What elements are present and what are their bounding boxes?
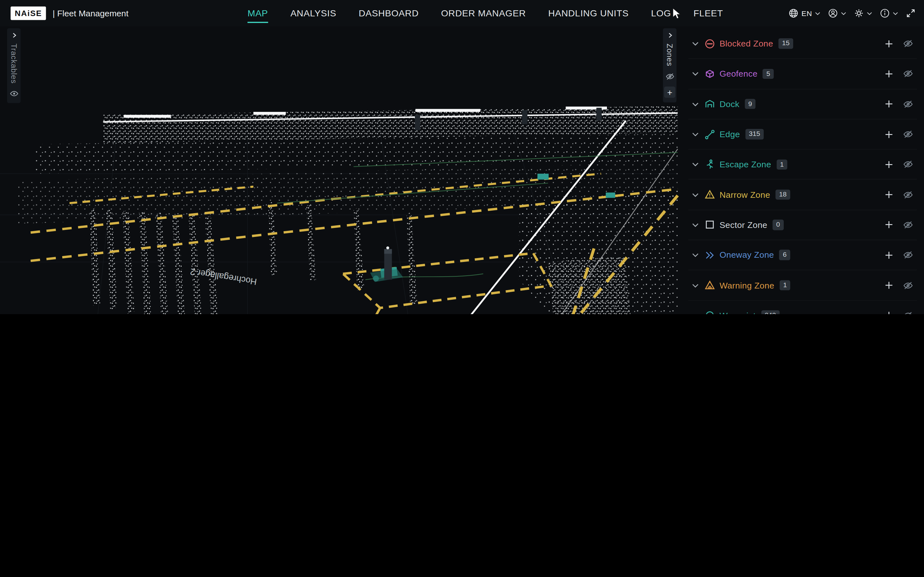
zones-panel: Blocked Zone 15 Geofence 5 — [688, 29, 917, 314]
waypoint-icon — [704, 310, 716, 314]
nav-item-order-manager[interactable]: ORDER MANAGER — [441, 8, 526, 19]
nav-item-label: LOG — [651, 8, 671, 18]
hide-zone-icon[interactable] — [903, 39, 913, 49]
zone-count-badge: 18 — [775, 189, 790, 200]
escape-zone-icon — [704, 159, 716, 170]
narrow-zone-icon — [704, 189, 716, 200]
nav-item-dashboard[interactable]: DASHBOARD — [359, 8, 419, 19]
hide-zone-icon[interactable] — [903, 69, 913, 79]
zone-row-narrow-zone[interactable]: Narrow Zone 18 — [688, 180, 917, 210]
chevron-down-icon[interactable] — [691, 280, 700, 290]
chevron-right-icon[interactable] — [667, 32, 672, 38]
chevron-down-icon[interactable] — [691, 160, 700, 169]
add-zone-item-icon[interactable] — [884, 311, 894, 314]
zone-count-badge: 9 — [745, 99, 756, 109]
zone-count-badge: 0 — [772, 219, 783, 230]
add-zone-item-icon[interactable] — [884, 129, 894, 139]
eye-icon[interactable] — [9, 89, 18, 98]
add-zone-item-icon[interactable] — [884, 190, 894, 200]
zones-rail-label: Zones — [666, 44, 674, 66]
nav-item-map[interactable]: MAP — [247, 8, 268, 23]
chevron-down-icon[interactable] — [691, 39, 700, 48]
nav-item-analysis[interactable]: ANALYSIS — [290, 8, 336, 19]
zone-row-edge[interactable]: Edge 315 — [688, 119, 917, 150]
hide-zone-icon[interactable] — [903, 250, 913, 260]
add-zone-item-icon[interactable] — [884, 159, 894, 169]
nav: MAPANALYSISDASHBOARDORDER MANAGERHANDLIN… — [247, 0, 723, 27]
zone-label: Escape Zone — [720, 160, 771, 169]
settings-menu[interactable] — [854, 8, 872, 18]
nav-item-label: ORDER MANAGER — [441, 8, 526, 18]
add-zone-item-icon[interactable] — [884, 220, 894, 230]
zone-row-sector-zone[interactable]: Sector Zone 0 — [688, 210, 917, 240]
add-zone-item-icon[interactable] — [884, 69, 894, 79]
zone-count-badge: 315 — [745, 129, 764, 139]
zone-row-oneway-zone[interactable]: Oneway Zone 6 — [688, 240, 917, 271]
hide-zone-icon[interactable] — [903, 219, 913, 230]
chevron-down-icon[interactable] — [691, 129, 700, 139]
add-zone-item-icon[interactable] — [884, 280, 894, 290]
nav-item-label: HANDLING UNITS — [548, 8, 629, 18]
chevron-down-icon — [841, 11, 846, 15]
chevron-down-icon[interactable] — [691, 69, 700, 79]
hide-zone-icon[interactable] — [903, 159, 913, 170]
language-code: EN — [801, 9, 812, 17]
app-root: Hochregallager 2 Outgoing NAiSE | Fleet … — [0, 0, 924, 314]
naise-logo: NAiSE — [11, 6, 46, 20]
chevron-down-icon — [893, 11, 898, 15]
trackables-rail: Trackables — [7, 28, 21, 103]
nav-item-label: ANALYSIS — [290, 8, 336, 18]
hide-zone-icon[interactable] — [903, 310, 913, 314]
zone-count-badge: 1 — [776, 159, 787, 169]
chevron-down-icon[interactable] — [691, 220, 700, 229]
eye-off-icon[interactable] — [665, 71, 674, 81]
nav-item-fleet[interactable]: FLEET — [693, 8, 723, 19]
zone-label: Waypoint — [720, 311, 756, 314]
zone-label: Edge — [720, 129, 740, 139]
chevron-down-icon — [867, 11, 872, 15]
nav-item-label: MAP — [247, 8, 268, 18]
language-selector[interactable]: EN — [788, 8, 821, 18]
nav-item-handling-units[interactable]: HANDLING UNITS — [548, 8, 629, 19]
hide-zone-icon[interactable] — [903, 99, 913, 109]
chevron-right-icon[interactable] — [11, 32, 17, 38]
zone-count-badge: 243 — [761, 310, 779, 314]
zone-row-warning-zone[interactable]: Warning Zone 1 — [688, 271, 917, 301]
zone-count-badge: 15 — [779, 39, 793, 49]
chevron-down-icon[interactable] — [691, 311, 700, 314]
zones-rail: Zones + — [663, 28, 676, 102]
sector-zone-icon — [704, 219, 716, 230]
brand: NAiSE | Fleet Management — [11, 0, 128, 27]
add-zone-item-icon[interactable] — [884, 99, 894, 109]
app-subtitle: | Fleet Management — [53, 9, 128, 18]
zone-row-blocked-zone[interactable]: Blocked Zone 15 — [688, 29, 917, 59]
info-icon — [880, 8, 890, 18]
add-zone-item-icon[interactable] — [884, 39, 894, 49]
zone-count-badge: 6 — [779, 250, 790, 260]
user-menu[interactable] — [828, 8, 846, 18]
nav-item-log[interactable]: LOG — [651, 8, 671, 19]
zone-count-badge: 5 — [763, 69, 774, 79]
chevron-down-icon[interactable] — [691, 250, 700, 259]
hide-zone-icon[interactable] — [903, 129, 913, 139]
chevron-down-icon[interactable] — [691, 190, 700, 199]
geofence-icon — [704, 68, 716, 79]
add-zone-item-icon[interactable] — [884, 250, 894, 260]
add-zone-rail-button[interactable]: + — [664, 86, 675, 97]
oneway-zone-icon — [704, 250, 716, 261]
fullscreen-button[interactable] — [906, 8, 916, 18]
chevron-down-icon — [815, 11, 821, 15]
zone-row-escape-zone[interactable]: Escape Zone 1 — [688, 150, 917, 180]
hide-zone-icon[interactable] — [903, 189, 913, 200]
zone-label: Narrow Zone — [720, 190, 771, 199]
zone-row-geofence[interactable]: Geofence 5 — [688, 59, 917, 89]
chevron-down-icon[interactable] — [691, 99, 700, 109]
topbar-controls: EN — [788, 0, 916, 27]
edge-icon — [704, 129, 716, 140]
hide-zone-icon[interactable] — [903, 280, 913, 290]
blocked-zone-icon — [704, 38, 716, 49]
zone-row-waypoint[interactable]: Waypoint 243 — [688, 301, 917, 314]
user-icon — [828, 8, 838, 18]
zone-row-dock[interactable]: Dock 9 — [688, 89, 917, 119]
info-menu[interactable] — [880, 8, 898, 18]
